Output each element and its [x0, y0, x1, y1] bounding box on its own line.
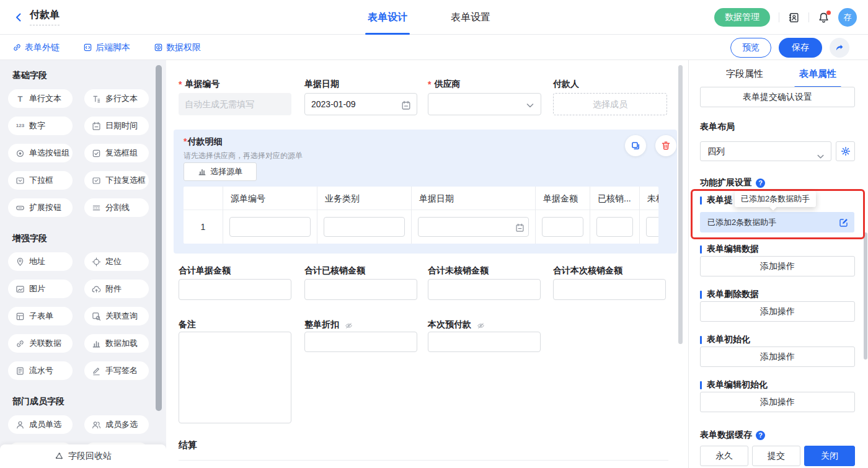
cell-input-doc-date[interactable]	[418, 217, 529, 237]
total-doc-amount-input[interactable]	[179, 279, 291, 300]
sidebar-item-multi-dropdown[interactable]: 下拉复选框	[84, 171, 149, 190]
back-icon[interactable]	[14, 12, 24, 23]
cell-input-doc-amount[interactable]	[542, 217, 583, 237]
sidebar-item-linked-data[interactable]: 关联数据	[8, 334, 73, 353]
form-external-link[interactable]: 表单外链	[12, 42, 60, 53]
sidebar-item-member-multi[interactable]: 成员多选	[84, 415, 149, 434]
payer-input[interactable]	[553, 93, 667, 115]
section-title-enhanced-fields: 增强字段	[12, 233, 166, 244]
total-written-off-input[interactable]	[304, 279, 417, 300]
sidebar-scrollbar[interactable]	[156, 65, 162, 411]
sidebar-item-label: 单行文本	[29, 93, 61, 104]
sidebar-item-image[interactable]: 图片	[8, 280, 73, 298]
field-label-total-doc-amount: 合计单据金额	[179, 265, 231, 276]
sidebar-item-number[interactable]: 123数字	[8, 117, 73, 135]
doc-number-input[interactable]	[179, 93, 291, 115]
supplier-select[interactable]	[428, 93, 541, 115]
sidebar-item-subform[interactable]: 子表单	[8, 307, 73, 325]
contacts-book-icon[interactable]	[788, 12, 800, 24]
page-title[interactable]: 付款单	[30, 9, 60, 25]
sidebar-item-label: 手写签名	[105, 365, 138, 376]
cache-option-permanent[interactable]: 永久	[700, 446, 748, 466]
cell-input-not-written-off[interactable]	[646, 217, 658, 237]
preview-button[interactable]: 预览	[730, 38, 771, 58]
tab-form-design[interactable]: 表单设计	[368, 0, 407, 35]
notification-bell-icon[interactable]	[818, 12, 830, 24]
doc-date-value[interactable]	[305, 94, 398, 115]
layout-settings-gear-button[interactable]	[836, 141, 855, 161]
panel-scrollbar[interactable]	[864, 232, 867, 360]
table-header: 单据金额	[536, 187, 590, 210]
share-button[interactable]	[830, 38, 849, 58]
sidebar-item-datetime[interactable]: 日期时间	[84, 117, 149, 135]
save-button[interactable]: 保存	[779, 38, 822, 58]
sidebar-item-attachment[interactable]: 附件	[84, 280, 149, 298]
sidebar-item-address[interactable]: 地址	[8, 252, 73, 271]
form-canvas: 单据编号 单据日期 供应商 付款人 付款明细 请先选择供应商，再选择对应的源单 …	[166, 60, 688, 468]
help-icon[interactable]	[756, 179, 765, 188]
calendar-icon[interactable]	[401, 99, 411, 110]
sidebar-item-label: 数据加载	[105, 338, 138, 349]
sidebar-item-linked-query[interactable]: 关联查询	[84, 307, 149, 325]
linked-query-icon	[92, 312, 101, 321]
delete-data-add-action-button[interactable]: 添加操作	[700, 301, 855, 322]
sidebar-item-signature[interactable]: 手写签名	[84, 361, 149, 380]
discount-input[interactable]	[304, 332, 417, 352]
sidebar-item-checkbox-group[interactable]: 复选框组	[84, 144, 149, 162]
settlement-section-title: 结算	[179, 439, 197, 451]
section-accent-bar	[700, 245, 702, 254]
layout-select[interactable]: 四列	[700, 141, 831, 161]
edit-data-add-action-button[interactable]: 添加操作	[700, 256, 855, 276]
cell-input-source-number[interactable]	[229, 217, 311, 237]
remark-textarea[interactable]	[179, 332, 291, 423]
help-icon[interactable]	[756, 431, 765, 440]
signature-icon	[92, 366, 101, 376]
delete-subform-button[interactable]	[655, 135, 676, 156]
sidebar-item-single-text[interactable]: T单行文本	[8, 89, 73, 108]
sidebar-item-radio-group[interactable]: 单选按钮组	[8, 144, 73, 162]
sidebar-item-extend-button[interactable]: 扩展按钮	[8, 198, 73, 217]
sidebar-item-label: 单选按钮组	[29, 148, 69, 159]
data-permission-link[interactable]: 数据权限	[154, 42, 201, 53]
subform-icon	[16, 312, 25, 321]
data-manage-button[interactable]: 数据管理	[714, 8, 770, 27]
cache-option-close[interactable]: 关闭	[804, 446, 855, 466]
prepayment-input[interactable]	[428, 332, 541, 352]
init-section-label: 表单初始化	[707, 334, 750, 345]
sidebar-item-multi-text[interactable]: 多行文本	[84, 89, 149, 108]
cell-input-business-type[interactable]	[324, 217, 405, 237]
edit-icon[interactable]	[839, 217, 849, 227]
total-not-written-off-input[interactable]	[428, 279, 541, 300]
edit-init-add-action-button[interactable]: 添加操作	[700, 392, 855, 412]
select-source-button[interactable]: 选择源单	[184, 162, 257, 181]
table-header: 源单编号	[223, 187, 317, 210]
extension-settings-title: 功能扩展设置	[700, 177, 765, 188]
sidebar-item-data-load[interactable]: 数据加载	[84, 334, 149, 353]
init-add-action-button[interactable]: 添加操作	[700, 347, 855, 367]
field-recycle-bin[interactable]: 字段回收站	[0, 444, 166, 468]
notification-dot	[826, 11, 831, 15]
doc-date-input[interactable]	[304, 93, 417, 115]
cache-option-submit[interactable]: 提交	[752, 446, 800, 466]
table-header: 已核销...	[590, 187, 639, 210]
sidebar-item-divider-line[interactable]: 分割线	[84, 198, 149, 217]
submit-confirm-settings-button[interactable]: 表单提交确认设置	[700, 87, 855, 107]
data-assistant-row[interactable]: 已添加2条数据助手	[700, 212, 854, 232]
tab-form-settings[interactable]: 表单设置	[451, 0, 490, 35]
sidebar-item-label: 成员单选	[29, 419, 61, 430]
recycle-icon	[55, 451, 64, 461]
sidebar-item-locate[interactable]: 定位	[84, 252, 149, 271]
enhanced-fields-grid: 地址 定位 图片 附件 子表单 关联查询 关联数据 数据加载 流水号 手写签名	[8, 252, 166, 380]
backend-script-link[interactable]: 后端脚本	[83, 42, 130, 53]
cell-input-written-off[interactable]	[596, 217, 633, 237]
sidebar-item-serial-number[interactable]: 流水号	[8, 361, 73, 380]
canvas-scrollbar[interactable]	[678, 65, 683, 344]
sidebar-item-member-single[interactable]: 成员单选	[8, 415, 73, 434]
total-current-written-off-input[interactable]	[553, 279, 666, 300]
sidebar-item-dropdown[interactable]: 下拉框	[8, 171, 73, 190]
tab-field-properties[interactable]: 字段属性	[726, 60, 763, 88]
tab-form-properties[interactable]: 表单属性	[799, 60, 836, 88]
user-avatar[interactable]: 存	[838, 8, 857, 27]
copy-subform-button[interactable]	[625, 135, 646, 156]
payment-detail-section[interactable]: 付款明细 请先选择供应商，再选择对应的源单 选择源单 1 源单编号 业务类别	[174, 130, 677, 254]
